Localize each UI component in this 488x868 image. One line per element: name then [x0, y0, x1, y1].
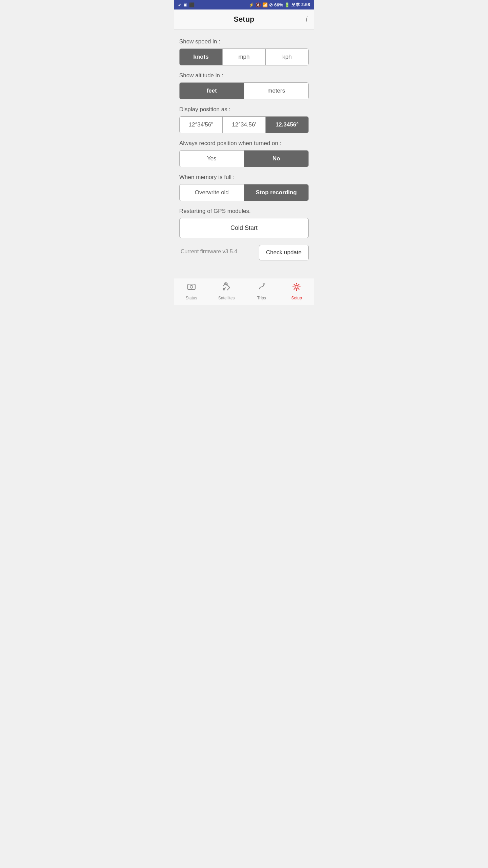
page-title: Setup [233, 15, 254, 24]
info-icon[interactable]: i [306, 15, 307, 24]
mute-icon: 🔇 [256, 2, 261, 7]
check-update-button[interactable]: Check update [259, 245, 309, 260]
status-left-icons: ✔ ▣ ⬛ [178, 2, 195, 7]
position-label: Display position as : [179, 106, 309, 113]
speed-option-kph[interactable]: kph [266, 49, 308, 65]
cold-start-button[interactable]: Cold Start [179, 218, 309, 238]
nav-item-setup[interactable]: Setup [279, 282, 314, 300]
square-icon: ▣ [183, 2, 187, 7]
memory-toggle-group: Overwrite old Stop recording [179, 184, 309, 201]
status-bar: ✔ ▣ ⬛ ⚡ 🔇 📶 ⊘ 66% 🔋 오후 2:58 [174, 0, 314, 9]
altitude-option-meters[interactable]: meters [244, 83, 309, 99]
nosim-icon: ⊘ [269, 2, 273, 7]
position-option-dm[interactable]: 12°34.56' [223, 117, 266, 133]
svg-line-5 [227, 288, 230, 290]
bottom-nav: Status Satellites Trips [174, 278, 314, 305]
time-display: 오후 2:58 [291, 2, 310, 8]
altitude-option-feet[interactable]: feet [180, 83, 244, 99]
gps-label: Restarting of GPS modules. [179, 208, 309, 215]
record-option-no[interactable]: No [244, 151, 309, 167]
memory-option-overwrite[interactable]: Overwrite old [180, 184, 244, 201]
firmware-version: Current firmware v3.5.4 [179, 249, 255, 257]
record-option-yes[interactable]: Yes [180, 151, 244, 167]
svg-rect-0 [188, 284, 195, 290]
nav-item-status[interactable]: Status [174, 282, 209, 300]
wifi-icon: 📶 [262, 2, 268, 7]
position-option-dms[interactable]: 12°34'56" [180, 117, 223, 133]
setup-icon [291, 282, 302, 294]
position-option-dd[interactable]: 12.3456° [266, 117, 308, 133]
svg-point-1 [190, 285, 193, 288]
battery-icon: 🔋 [284, 2, 290, 7]
main-content: Show speed in : knots mph kph Show altit… [174, 29, 314, 278]
nav-item-trips[interactable]: Trips [244, 282, 279, 300]
status-right-info: ⚡ 🔇 📶 ⊘ 66% 🔋 오후 2:58 [249, 2, 310, 8]
screen-icon: ⬛ [189, 2, 195, 7]
altitude-toggle-group: feet meters [179, 82, 309, 99]
nav-label-status: Status [186, 296, 197, 300]
memory-option-stop[interactable]: Stop recording [244, 184, 309, 201]
check-icon: ✔ [178, 2, 182, 7]
position-toggle-group: 12°34'56" 12°34.56' 12.3456° [179, 116, 309, 133]
altitude-label: Show altitude in : [179, 72, 309, 79]
battery-percent: 66% [274, 2, 283, 7]
nav-label-satellites: Satellites [218, 296, 235, 300]
record-label: Always record position when turned on : [179, 140, 309, 147]
trips-icon [257, 282, 267, 294]
header: Setup i [174, 9, 314, 29]
nav-label-setup: Setup [291, 296, 302, 300]
firmware-row: Current firmware v3.5.4 Check update [179, 245, 309, 260]
nav-item-satellites[interactable]: Satellites [209, 282, 244, 300]
speed-option-mph[interactable]: mph [223, 49, 266, 65]
speed-toggle-group: knots mph kph [179, 48, 309, 65]
satellites-icon [221, 282, 231, 294]
memory-label: When memory is full : [179, 174, 309, 181]
nav-label-trips: Trips [257, 296, 266, 300]
status-icon [186, 282, 197, 294]
speed-label: Show speed in : [179, 38, 309, 45]
record-toggle-group: Yes No [179, 150, 309, 167]
bluetooth-icon: ⚡ [249, 2, 254, 7]
svg-point-8 [295, 285, 298, 289]
speed-option-knots[interactable]: knots [180, 49, 223, 65]
